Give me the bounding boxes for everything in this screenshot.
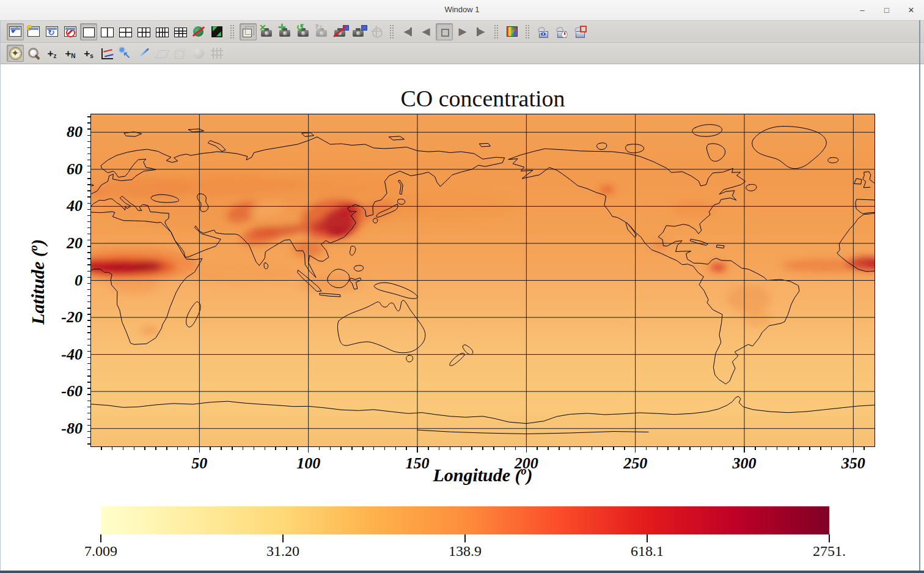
sphere-tool-icon xyxy=(191,46,206,61)
layout-2x2-button[interactable] xyxy=(117,23,134,40)
box-tool-icon xyxy=(173,46,188,61)
y-minor-tick xyxy=(87,128,90,129)
x-major-tick xyxy=(635,447,636,453)
x-minor-tick xyxy=(144,447,145,450)
lock-view-button[interactable] xyxy=(535,23,552,40)
make-active-window-button[interactable] xyxy=(7,23,24,40)
x-major-tick xyxy=(526,447,527,453)
stop-animation-button[interactable] xyxy=(436,23,453,40)
navigate-mode-button[interactable] xyxy=(7,45,24,62)
y-minor-tick xyxy=(87,166,90,166)
colorbar-label: 618.1 xyxy=(631,543,664,560)
x-major-tick xyxy=(417,447,417,453)
colorbar-tick xyxy=(282,534,283,542)
y-axis-label: Latitude (o) xyxy=(28,239,48,325)
x-minor-tick xyxy=(275,447,276,450)
x-minor-tick xyxy=(210,447,210,450)
y-minor-tick xyxy=(87,178,90,179)
stop-animation-icon xyxy=(437,24,452,39)
new-window-button[interactable] xyxy=(25,23,42,40)
spin-mode-button[interactable] xyxy=(190,23,207,40)
node-pick-mode-button[interactable]: +N xyxy=(62,45,79,62)
x-minor-tick xyxy=(450,447,450,450)
layout-2x3-button[interactable] xyxy=(135,23,152,40)
y-minor-tick xyxy=(87,375,90,376)
toolbar-grip xyxy=(525,24,530,39)
curve-tool-icon xyxy=(100,46,114,61)
perspective-view-button[interactable] xyxy=(240,23,257,40)
y-minor-tick xyxy=(87,425,90,426)
y-minor-tick xyxy=(87,314,90,314)
y-minor-tick xyxy=(87,382,90,382)
zone-pick-mode-button[interactable]: +z xyxy=(43,45,61,62)
clear-saved-views-button[interactable] xyxy=(331,23,348,40)
point-tool-button[interactable] xyxy=(117,45,134,62)
x-minor-tick xyxy=(373,447,374,450)
maximize-button[interactable]: □ xyxy=(879,2,895,17)
undo-view-button[interactable] xyxy=(295,23,312,40)
x-minor-tick xyxy=(581,447,581,450)
window-controls: – □ ✕ xyxy=(854,2,919,17)
lock-tools-icon xyxy=(573,24,587,39)
lineout-tool-button[interactable] xyxy=(135,45,152,62)
x-minor-tick xyxy=(351,447,352,450)
toolbar-grip xyxy=(230,24,235,39)
x-minor-tick xyxy=(831,447,832,450)
plot-title: CO concentration xyxy=(90,85,875,112)
play-reverse-button[interactable]: ◀ xyxy=(417,23,435,40)
layout-1x2-button[interactable] xyxy=(98,23,116,40)
previous-frame-button[interactable]: ◀ xyxy=(399,23,416,40)
play-forward-button[interactable]: ▶ xyxy=(454,23,471,40)
color-table-button[interactable] xyxy=(504,23,521,40)
axis-restriction-tool-icon xyxy=(210,46,224,61)
curve-tool-button[interactable] xyxy=(98,45,116,62)
sphere-tool-button xyxy=(190,45,207,62)
y-tick-label: 0 xyxy=(75,272,82,290)
co-map-plot[interactable]: 50100150200250300350806040200-20-40-60-8… xyxy=(90,114,875,447)
x-minor-tick xyxy=(504,447,505,450)
spreadsheet-pick-mode-button[interactable]: +s xyxy=(80,45,97,62)
x-minor-tick xyxy=(678,447,679,450)
layout-1x1-button[interactable] xyxy=(80,23,97,40)
x-minor-tick xyxy=(766,447,766,450)
x-minor-tick xyxy=(755,447,755,450)
colorbar-label: 2751. xyxy=(813,543,846,560)
layout-3x3-button[interactable] xyxy=(172,23,189,40)
viewer-canvas: CO concentration xyxy=(0,64,924,571)
x-minor-tick xyxy=(254,447,254,450)
x-minor-tick xyxy=(788,447,788,450)
delete-window-button[interactable] xyxy=(62,23,79,40)
x-major-tick xyxy=(308,447,309,453)
x-minor-tick xyxy=(602,447,603,450)
x-minor-tick xyxy=(482,447,483,450)
recenter-view-button[interactable] xyxy=(276,23,293,40)
lock-time-button[interactable] xyxy=(553,23,570,40)
x-minor-tick xyxy=(395,447,396,450)
x-minor-tick xyxy=(188,447,189,450)
previous-frame-icon: ◀ xyxy=(400,24,415,39)
refresh-window-button[interactable] xyxy=(43,23,61,40)
y-tick-label: -20 xyxy=(61,308,82,327)
lock-tools-button[interactable] xyxy=(571,23,588,40)
colorbar xyxy=(101,506,829,534)
y-minor-tick xyxy=(87,351,90,352)
y-minor-tick xyxy=(87,227,90,228)
minimize-button[interactable]: – xyxy=(854,2,870,17)
next-frame-button[interactable]: ▶ xyxy=(472,23,490,40)
y-minor-tick xyxy=(87,308,90,308)
zoom-mode-button[interactable] xyxy=(25,45,42,62)
x-minor-tick xyxy=(101,447,101,450)
invert-background-button[interactable] xyxy=(208,23,226,40)
y-minor-tick xyxy=(87,339,90,339)
y-minor-tick xyxy=(87,246,90,246)
close-button[interactable]: ✕ xyxy=(903,2,919,17)
x-minor-tick xyxy=(439,447,439,450)
x-minor-tick xyxy=(265,447,265,450)
colorbar-label: 7.009 xyxy=(84,543,117,560)
reset-view-button[interactable] xyxy=(258,23,275,40)
colorbar-label: 31.20 xyxy=(266,543,299,560)
layout-2x4-button[interactable] xyxy=(153,23,170,40)
window-right-border xyxy=(919,20,920,571)
x-minor-tick xyxy=(155,447,156,450)
save-view-button[interactable] xyxy=(350,23,367,40)
